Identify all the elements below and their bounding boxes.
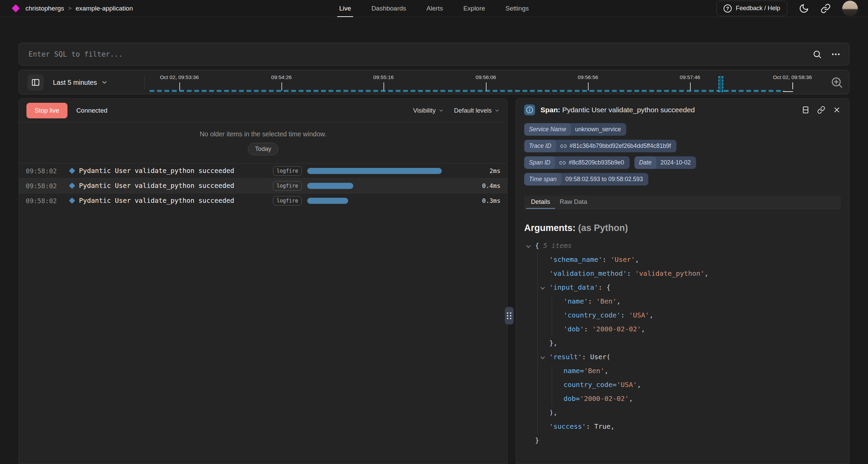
timeline-zoom-button[interactable]: [830, 76, 844, 89]
code-line: name='Ben',: [524, 364, 841, 378]
badge-label: Span ID: [524, 156, 555, 169]
nav-item-explore[interactable]: Explore: [463, 0, 485, 17]
code-line: 'country_code': 'USA',: [524, 308, 841, 322]
feedback-help-button[interactable]: ? Feedback / Help: [716, 1, 787, 16]
expand-chevron-icon[interactable]: [526, 244, 531, 248]
copy-link-icon[interactable]: [817, 106, 825, 114]
panel-layout-icon[interactable]: [802, 106, 810, 114]
search-icon[interactable]: [812, 50, 822, 59]
visibility-label: Visibility: [413, 107, 435, 114]
tab-details[interactable]: Details: [526, 196, 555, 209]
code-token: ,: [649, 311, 653, 319]
span-row-tag[interactable]: logfire: [273, 181, 302, 191]
arguments-heading: Arguments: (as Python): [524, 223, 841, 233]
code-token: :: [584, 325, 592, 333]
metadata-badge-trace-id[interactable]: Trace ID#81c364b79bbd92ef26b4dd5ff4c81b9…: [524, 140, 676, 152]
sql-bar-icons: [812, 49, 849, 59]
timeline-tick-label: 09:56:06: [476, 74, 496, 80]
code-token: : User(: [582, 353, 610, 361]
code-token: 'User': [611, 255, 635, 264]
code-token: name=: [564, 367, 584, 375]
code-line: }: [524, 433, 841, 447]
span-diamond-icon: [69, 168, 75, 174]
span-row-message: Pydantic User validate_python succeeded: [79, 167, 273, 175]
link-icon: [559, 159, 566, 166]
badge-row: Span ID#8c85209cb935b9e0Date2024-10-02: [524, 156, 841, 169]
breadcrumb: christophergs > example-application: [25, 5, 133, 12]
code-token: 'success': [549, 422, 586, 430]
code-token: 'USA': [629, 311, 649, 319]
code-line: 'validation_method': 'validate_python',: [524, 267, 841, 281]
badge-row: Trace ID#81c364b79bbd92ef26b4dd5ff4c81b9…: [524, 140, 841, 152]
nav-item-live[interactable]: Live: [339, 0, 351, 17]
time-range-dropdown[interactable]: Last 5 minutes: [53, 70, 108, 95]
empty-window-notice: No older items in the selected time wind…: [19, 122, 507, 163]
nav-item-settings[interactable]: Settings: [506, 0, 529, 17]
nav-right: ? Feedback / Help: [716, 1, 868, 16]
span-row-time: 09:58:02: [26, 167, 57, 175]
expand-chevron-icon[interactable]: [540, 285, 545, 290]
metadata-badge-span-id[interactable]: Span ID#8c85209cb935b9e0: [524, 156, 630, 169]
link-icon: [821, 3, 831, 14]
timeline-area[interactable]: Oct 02, 09:53:3609:54:2609:55:1609:56:06…: [150, 70, 843, 95]
arguments-heading-suffix: (as Python): [578, 223, 628, 233]
breadcrumb-org[interactable]: christophergs: [25, 5, 64, 12]
arguments-code-block: { 5 items'schema_name': 'User','validati…: [524, 239, 841, 447]
span-diamond-icon: [69, 197, 75, 204]
live-panel: Stop live Connected Visibility Default l…: [19, 98, 508, 464]
nav-item-dashboards[interactable]: Dashboards: [371, 0, 406, 17]
span-row-tag[interactable]: logfire: [273, 196, 302, 206]
span-diamond-icon: [69, 182, 75, 189]
stop-live-button[interactable]: Stop live: [26, 103, 67, 118]
visibility-dropdown[interactable]: Visibility: [413, 107, 443, 114]
span-row-tag[interactable]: logfire: [273, 166, 302, 176]
code-line: ),: [524, 406, 841, 420]
span-row[interactable]: 09:58:02Pydantic User validate_python su…: [19, 163, 507, 178]
feedback-help-label: Feedback / Help: [736, 5, 780, 12]
span-title-prefix: Span:: [540, 106, 560, 114]
more-options-icon[interactable]: [831, 49, 841, 59]
badge-row: Time span09:58:02.593 to 09:58:02.593: [524, 173, 841, 186]
code-token: ,: [641, 325, 645, 333]
metadata-badge-time-span: Time span09:58:02.593 to 09:58:02.593: [524, 173, 648, 186]
span-row[interactable]: 09:58:02Pydantic User validate_python su…: [19, 193, 507, 208]
timeline-tick-mark: [281, 82, 282, 91]
user-avatar[interactable]: [842, 1, 858, 16]
close-icon[interactable]: [833, 106, 841, 114]
panel-resize-handle[interactable]: [505, 307, 514, 325]
default-levels-dropdown[interactable]: Default levels: [454, 107, 500, 114]
code-line: 'name': 'Ben',: [524, 294, 841, 308]
theme-toggle-button[interactable]: [799, 3, 809, 14]
tab-raw-data[interactable]: Raw Data: [555, 196, 592, 209]
sql-filter-input[interactable]: [19, 50, 812, 58]
code-token: dob=: [564, 394, 580, 403]
share-link-button[interactable]: [821, 3, 831, 14]
timeline-separator: [144, 76, 145, 89]
badge-label: Time span: [524, 173, 561, 186]
logfire-logo-icon[interactable]: [12, 4, 20, 12]
code-line: dob='2000-02-02',: [524, 392, 841, 406]
sidebar-toggle-button[interactable]: [27, 74, 44, 91]
detail-header-actions: [802, 106, 841, 114]
badge-value: unknown_service: [575, 126, 621, 133]
code-line: 'input_data': {: [524, 281, 841, 294]
span-row-duration: 2ms: [471, 167, 500, 174]
span-row-message: Pydantic User validate_python succeeded: [79, 197, 273, 205]
timeline-tick-label: Oct 02, 09:53:36: [160, 74, 199, 80]
question-circle-icon: ?: [724, 4, 732, 13]
nav-item-alerts[interactable]: Alerts: [427, 0, 443, 17]
timeline-tick-mark: [486, 82, 487, 91]
span-row-duration: 0.4ms: [471, 182, 500, 189]
code-token: ,: [635, 255, 639, 264]
breadcrumb-project[interactable]: example-application: [76, 5, 133, 12]
code-token: ,: [705, 269, 709, 277]
today-button[interactable]: Today: [248, 143, 278, 155]
code-token: ,: [629, 394, 633, 403]
detail-tabs: DetailsRaw Data: [524, 196, 841, 209]
info-icon: [524, 104, 535, 115]
expand-chevron-icon[interactable]: [540, 355, 545, 359]
span-row[interactable]: 09:58:02Pydantic User validate_python su…: [19, 178, 507, 193]
code-token: 'input_data': [549, 283, 598, 291]
metadata-badge-date: Date2024-10-02: [634, 156, 696, 169]
code-token: 'validation_method': [549, 269, 627, 277]
